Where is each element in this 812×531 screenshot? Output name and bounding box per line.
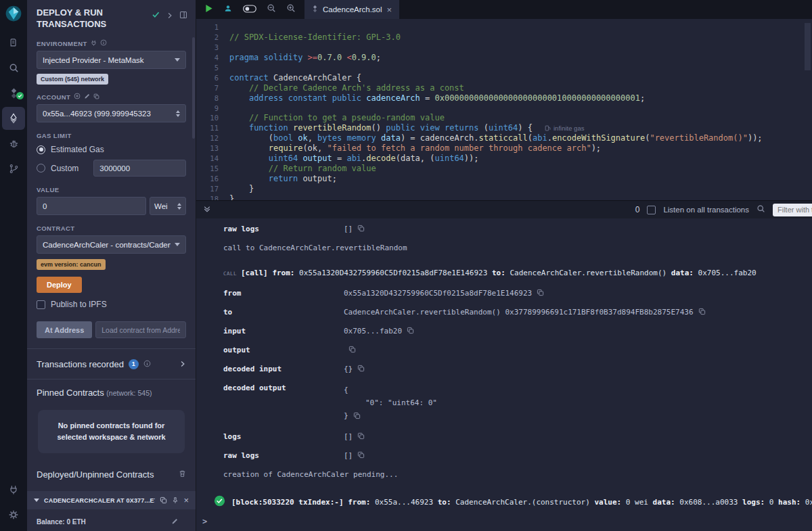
- copy-icon[interactable]: [353, 412, 361, 419]
- gas-limit-label: GAS LIMIT: [37, 132, 186, 139]
- at-address-input[interactable]: [95, 321, 186, 338]
- terminal-row: input0x705...fab20: [223, 327, 812, 336]
- listen-all-label: Listen on all transactions: [663, 206, 749, 214]
- value-input[interactable]: [37, 197, 146, 215]
- estimated-gas-radio[interactable]: [37, 145, 45, 154]
- deployed-contracts-title: Deployed/Unpinned Contracts: [37, 469, 179, 480]
- edit-icon[interactable]: [84, 93, 90, 101]
- code-line: 17 }: [196, 183, 812, 193]
- info-icon[interactable]: [100, 39, 107, 47]
- network-badge: Custom (545) network: [37, 74, 108, 85]
- terminal-toolbar: 0 Listen on all transactions: [196, 200, 812, 218]
- copy-icon[interactable]: [537, 289, 544, 296]
- account-select[interactable]: 0x55a...46923 (999.999945323: [37, 104, 186, 122]
- tab-label: CadenceArch.sol: [323, 5, 382, 14]
- terminal-row: call to CadenceArchCaler.revertibleRando…: [223, 244, 812, 252]
- terminal-filter-input[interactable]: [773, 204, 812, 216]
- account-label: ACCOUNT: [37, 93, 186, 101]
- line-number: 1: [196, 23, 229, 31]
- copy-icon[interactable]: [357, 451, 365, 459]
- zoom-in-icon[interactable]: [286, 3, 296, 16]
- remix-logo-icon[interactable]: [5, 5, 22, 25]
- publish-ipfs-checkbox[interactable]: [37, 300, 45, 309]
- chevron-down-icon: [175, 243, 180, 246]
- tab-cadencearch-sol[interactable]: CadenceArch.sol ×: [304, 0, 399, 19]
- line-number: 14: [196, 154, 229, 162]
- pin-icon[interactable]: [172, 494, 179, 507]
- value-unit-select[interactable]: Wei: [150, 197, 186, 215]
- close-icon[interactable]: ×: [387, 5, 392, 14]
- editor-scrollbar[interactable]: [805, 23, 811, 70]
- source-control-icon[interactable]: [0, 156, 27, 181]
- run-script-icon[interactable]: [205, 3, 213, 16]
- solidity-compiler-icon[interactable]: [0, 80, 27, 106]
- deploy-run-icon[interactable]: [2, 107, 25, 130]
- environment-select[interactable]: Injected Provider - MetaMask: [37, 51, 186, 69]
- copy-icon[interactable]: [348, 346, 356, 353]
- forward-chevron-icon[interactable]: [166, 9, 173, 22]
- environment-label: ENVIRONMENT: [37, 39, 186, 47]
- copy-icon[interactable]: [357, 365, 365, 372]
- file-explorer-icon[interactable]: [0, 30, 27, 55]
- debugger-icon[interactable]: [0, 131, 27, 156]
- terminal-row: call[call] from: 0x55a1320D432759960C5Df…: [223, 269, 812, 277]
- code-line: 9: [196, 103, 812, 113]
- terminal-row: [block:5033220 txIndex:-] from: 0x55a...…: [214, 495, 812, 509]
- code-line: 1: [196, 22, 812, 32]
- info-icon[interactable]: [143, 358, 151, 370]
- plugin-manager-icon[interactable]: [0, 477, 27, 502]
- copy-icon[interactable]: [698, 308, 706, 315]
- balance-label: Balance: 0 ETH: [37, 518, 171, 526]
- line-number: 15: [196, 164, 229, 172]
- pin-view-icon[interactable]: [179, 9, 187, 22]
- code-editor[interactable]: 12// SPDX-License-Identifier: GPL-3.034p…: [196, 19, 812, 200]
- chevron-down-icon: [175, 58, 180, 62]
- publish-accounts-icon[interactable]: [223, 3, 233, 16]
- copy-icon[interactable]: [93, 93, 99, 101]
- chevron-down-icon[interactable]: [34, 499, 39, 502]
- code-line: 10 // Function to get a pseudo-random va…: [196, 113, 812, 123]
- line-number: 2: [196, 33, 229, 41]
- activity-bar: [0, 0, 27, 531]
- settings-icon[interactable]: [0, 502, 27, 527]
- zoom-out-icon[interactable]: [267, 3, 276, 16]
- preview-toggle-icon[interactable]: [243, 3, 256, 16]
- line-number: 16: [196, 175, 229, 183]
- contract-label: CONTRACT: [37, 225, 186, 232]
- deployed-contract-row[interactable]: CADENCEARCHCALER AT 0X377...E7436 (BLOCK…: [27, 491, 196, 509]
- terminal-row: output: [223, 346, 812, 354]
- expand-chevron-icon[interactable]: [179, 358, 186, 370]
- copy-icon[interactable]: [160, 494, 167, 507]
- code-line: 13 require(ok, "failed to fetch a random…: [196, 143, 812, 154]
- copy-icon[interactable]: [357, 225, 365, 232]
- sidebar-scrollbar[interactable]: [192, 37, 195, 139]
- edit-icon[interactable]: [171, 515, 178, 528]
- terminal-row: logs[]: [223, 432, 812, 441]
- terminal[interactable]: raw logs[]call to CadenceArchCaler.rever…: [196, 218, 812, 531]
- deploy-button[interactable]: Deploy: [37, 277, 82, 293]
- deployed-contract-name: CADENCEARCHCALER AT 0X377...E7436 (BLOCK…: [44, 497, 155, 504]
- listen-all-checkbox[interactable]: [647, 206, 656, 214]
- custom-gas-radio[interactable]: [37, 164, 45, 172]
- close-icon[interactable]: ×: [183, 496, 189, 505]
- trash-icon[interactable]: [179, 468, 186, 480]
- contract-select[interactable]: CadenceArchCaler - contracts/CadenceArch…: [37, 235, 186, 254]
- copy-icon[interactable]: [357, 432, 365, 440]
- search-icon[interactable]: [0, 55, 27, 80]
- gas-icon: [545, 125, 551, 131]
- line-number: 11: [196, 124, 229, 132]
- search-icon[interactable]: [757, 204, 765, 216]
- terminal-prompt[interactable]: >: [202, 517, 207, 526]
- code-line: 14 uint64 output = abi.decode(data, (uin…: [196, 154, 812, 164]
- solidity-file-icon: [312, 5, 318, 14]
- terminal-row: raw logs[]: [223, 451, 812, 460]
- terminal-expand-icon[interactable]: [203, 204, 211, 216]
- custom-gas-input[interactable]: [93, 160, 186, 177]
- at-address-button[interactable]: At Address: [37, 321, 92, 338]
- copy-icon[interactable]: [407, 327, 414, 334]
- publish-ipfs-label: Publish to IPFS: [51, 300, 107, 309]
- code-line: 15 // Return random value: [196, 163, 812, 173]
- terminal-row: decoded output{"0": "uint64: 0"}: [223, 384, 812, 422]
- add-account-icon[interactable]: [74, 93, 81, 101]
- code-line: 18}: [196, 193, 812, 200]
